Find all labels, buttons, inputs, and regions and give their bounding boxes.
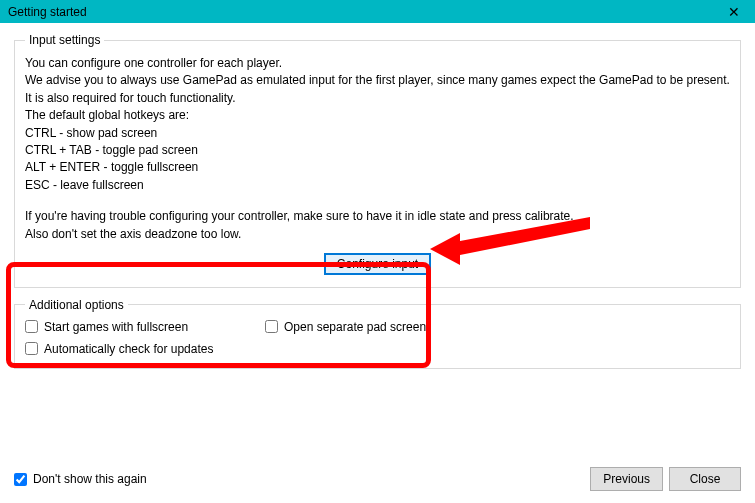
previous-button[interactable]: Previous <box>590 467 663 491</box>
footer-buttons: Previous Close <box>590 467 741 491</box>
dont-show-again[interactable]: Don't show this again <box>14 472 147 486</box>
option-fullscreen-label: Start games with fullscreen <box>44 320 188 334</box>
dont-show-again-label: Don't show this again <box>33 472 147 486</box>
info-line: You can configure one controller for eac… <box>25 55 730 72</box>
info-line: ESC - leave fullscreen <box>25 177 730 194</box>
info-line: CTRL + TAB - toggle pad screen <box>25 142 730 159</box>
info-line: The default global hotkeys are: <box>25 107 730 124</box>
close-button[interactable]: Close <box>669 467 741 491</box>
info-line: It is also required for touch functional… <box>25 90 730 107</box>
option-auto-update-checkbox[interactable] <box>25 342 38 355</box>
titlebar: Getting started ✕ <box>0 0 755 23</box>
option-fullscreen-checkbox[interactable] <box>25 320 38 333</box>
footer: Don't show this again Previous Close <box>14 467 741 491</box>
info-line: We advise you to always use GamePad as e… <box>25 72 730 89</box>
additional-options-legend: Additional options <box>25 298 128 312</box>
dont-show-again-checkbox[interactable] <box>14 473 27 486</box>
input-settings-group: Input settings You can configure one con… <box>14 33 741 288</box>
option-auto-update[interactable]: Automatically check for updates <box>25 342 255 356</box>
option-separate-pad-checkbox[interactable] <box>265 320 278 333</box>
info-line: ALT + ENTER - toggle fullscreen <box>25 159 730 176</box>
info-line: CTRL - show pad screen <box>25 125 730 142</box>
option-fullscreen[interactable]: Start games with fullscreen <box>25 320 255 334</box>
additional-options-group: Additional options Start games with full… <box>14 298 741 369</box>
configure-input-button[interactable]: Configure input <box>324 253 431 275</box>
option-separate-pad[interactable]: Open separate pad screen <box>265 320 730 334</box>
info-line: Also don't set the axis deadzone too low… <box>25 226 730 243</box>
option-separate-pad-label: Open separate pad screen <box>284 320 426 334</box>
input-settings-text: You can configure one controller for eac… <box>25 55 730 243</box>
option-auto-update-label: Automatically check for updates <box>44 342 213 356</box>
configure-input-row: Configure input <box>25 253 730 275</box>
window-title: Getting started <box>8 5 87 19</box>
input-settings-legend: Input settings <box>25 33 104 47</box>
content-area: Input settings You can configure one con… <box>0 23 755 389</box>
info-line: If you're having trouble configuring you… <box>25 208 730 225</box>
close-icon[interactable]: ✕ <box>719 4 749 20</box>
